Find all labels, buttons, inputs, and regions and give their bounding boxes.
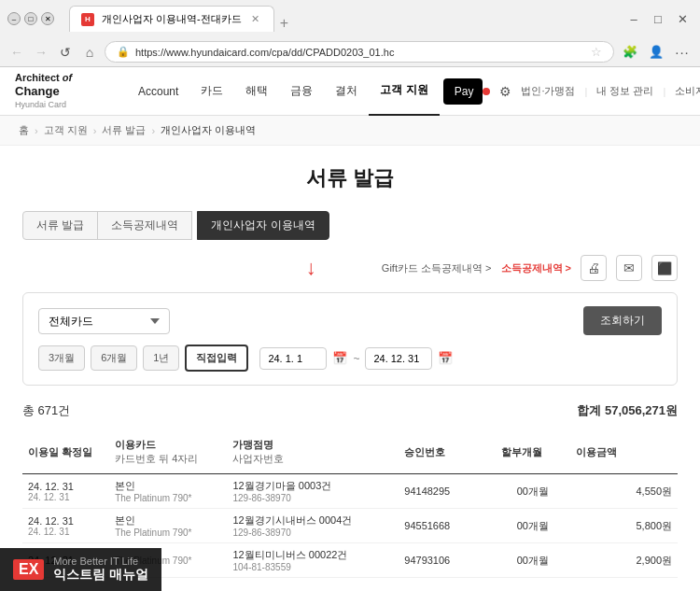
search-button[interactable]: 조회하기 bbox=[583, 306, 662, 335]
date-range: 📅 ~ 📅 bbox=[259, 347, 453, 370]
tab-label: 개인사업자 이용내역-전대카드 bbox=[102, 12, 242, 26]
page-title: 서류 발급 bbox=[22, 164, 678, 192]
red-down-arrow: ↓ bbox=[306, 256, 316, 280]
table-row: 24. 12. 31 24. 12. 31 본인 The Platinum 79… bbox=[22, 509, 678, 543]
watermark-title: 익스트림 매뉴얼 bbox=[53, 567, 148, 584]
lock-icon: 🔒 bbox=[117, 46, 130, 58]
td-card: 본인 The Platinum 790* bbox=[109, 474, 227, 509]
maximize-btn[interactable]: □ bbox=[24, 12, 37, 25]
more-btn[interactable]: ··· bbox=[672, 42, 693, 63]
minimize-btn[interactable]: – bbox=[7, 12, 21, 25]
logo-area[interactable]: Architect of Change Hyundai Card bbox=[15, 72, 108, 110]
watermark-info: More Better IT Life 익스트림 매뉴얼 bbox=[53, 556, 148, 584]
tab-business[interactable]: 개인사업자 이용내역 bbox=[197, 211, 329, 240]
td-approval: 94148295 bbox=[399, 474, 495, 509]
email-btn[interactable]: ✉ bbox=[616, 255, 642, 281]
print-btn[interactable]: 🖨 bbox=[581, 255, 607, 281]
table-row: 24. 12. 31 24. 12. 31 본인 The Platinum 79… bbox=[22, 474, 678, 509]
tab-documents[interactable]: 서류 발급 bbox=[22, 211, 98, 240]
active-tab[interactable]: H 개인사업자 이용내역-전대카드 ✕ bbox=[69, 6, 274, 32]
tab-close-btn[interactable]: ✕ bbox=[249, 13, 262, 26]
col-header-date: 이용일 확정일 bbox=[22, 430, 109, 474]
nav-account[interactable]: Account bbox=[127, 67, 189, 116]
notification-dot bbox=[483, 88, 490, 95]
breadcrumb-home[interactable]: 홈 bbox=[19, 123, 29, 137]
apple-pay-label: Pay bbox=[455, 85, 474, 98]
breadcrumb-support[interactable]: 고객 지원 bbox=[44, 123, 88, 137]
nav-benefit[interactable]: 해택 bbox=[234, 67, 279, 116]
address-bar-row: ← → ↺ ⌂ 🔒 https://www.hyundaicard.com/cp… bbox=[0, 37, 700, 66]
page-content: 서류 발급 서류 발급 소득공제내역 개인사업자 이용내역 ↓ Gift카드 소… bbox=[0, 146, 700, 591]
card-select[interactable]: 전체카드 The Platinum 790* bbox=[38, 308, 170, 334]
filter-box: 전체카드 The Platinum 790* 조회하기 3개월 6개월 1년 직… bbox=[22, 292, 678, 386]
action-row: ↓ Gift카드 소득공제내역 > 소득공제내역 > 🖨 ✉ ⬛ bbox=[22, 255, 678, 281]
settings-icon[interactable]: ⚙ bbox=[499, 84, 511, 99]
address-bar[interactable]: 🔒 https://www.hyundaicard.com/cpa/dd/CPA… bbox=[105, 41, 614, 63]
nav-card[interactable]: 카드 bbox=[189, 67, 234, 116]
td-date: 24. 12. 31 24. 12. 31 bbox=[22, 474, 109, 509]
period-3months[interactable]: 3개월 bbox=[38, 345, 85, 371]
tab-favicon: H bbox=[81, 13, 94, 26]
summary-row: 총 671건 합계 57,056,271원 bbox=[22, 402, 678, 419]
browser-top-bar: – □ ✕ H 개인사업자 이용내역-전대카드 ✕ + – □ ✕ bbox=[0, 0, 700, 37]
nav-finance[interactable]: 금융 bbox=[279, 67, 324, 116]
watermark-sub: More Better IT Life bbox=[53, 556, 148, 567]
col-header-merchant: 가맹점명사업자번호 bbox=[227, 430, 399, 474]
td-amount: 4,550원 bbox=[570, 474, 678, 509]
td-merchant: 12월경기마을 0003건 129-86-38970 bbox=[227, 474, 399, 509]
window-extra-btns: – □ ✕ bbox=[623, 8, 693, 29]
profile-btn[interactable]: 👤 bbox=[646, 42, 666, 63]
window-restore-btn[interactable]: □ bbox=[648, 8, 668, 29]
td-card: 본인 The Platinum 790* bbox=[109, 509, 227, 543]
td-installment: 00개월 bbox=[496, 509, 570, 543]
td-merchant: 12월티미니버스 00022건 104-81-83559 bbox=[227, 543, 399, 578]
filter-row-top: 전체카드 The Platinum 790* 조회하기 bbox=[38, 306, 662, 335]
date-from-input[interactable] bbox=[259, 347, 327, 370]
td-approval: 94551668 bbox=[399, 509, 495, 543]
apple-pay-btn[interactable]: Pay bbox=[443, 78, 483, 105]
new-tab-btn[interactable]: + bbox=[280, 15, 288, 32]
nav-consumer[interactable]: 소비자보호 포털 bbox=[675, 84, 700, 98]
nav-payment[interactable]: 결처 bbox=[324, 67, 369, 116]
home-btn[interactable]: ⌂ bbox=[80, 43, 99, 62]
refresh-btn[interactable]: ↺ bbox=[56, 43, 75, 62]
result-total: 합계 57,056,271원 bbox=[577, 402, 678, 419]
nav-corporate[interactable]: 법인·가맹점 bbox=[521, 84, 575, 98]
gift-card-link[interactable]: Gift카드 소득공제내역 > bbox=[382, 261, 492, 275]
back-btn[interactable]: ← bbox=[7, 43, 26, 62]
calendar-to-icon[interactable]: 📅 bbox=[438, 351, 453, 365]
td-merchant: 12월경기시내버스 0004건 129-86-38970 bbox=[227, 509, 399, 543]
breadcrumb-documents[interactable]: 서류 발급 bbox=[102, 123, 146, 137]
breadcrumb-current: 개인사업자 이용내역 bbox=[161, 123, 256, 137]
download-btn[interactable]: ⬛ bbox=[651, 255, 678, 281]
table-header-row: 이용일 확정일 이용카드카드번호 뒤 4자리 가맹점명사업자번호 승인번호 할부… bbox=[22, 430, 678, 474]
close-btn[interactable]: ✕ bbox=[41, 12, 54, 25]
date-separator: ~ bbox=[353, 352, 359, 365]
period-direct[interactable]: 직접입력 bbox=[185, 345, 248, 372]
download-icon: ⬛ bbox=[657, 261, 672, 275]
logo-line2: Change bbox=[15, 84, 108, 99]
td-amount: 2,900원 bbox=[570, 543, 678, 578]
watermark-overlay: EX More Better IT Life 익스트림 매뉴얼 bbox=[0, 548, 161, 591]
period-1year[interactable]: 1년 bbox=[143, 345, 179, 371]
forward-btn[interactable]: → bbox=[32, 43, 50, 62]
calendar-from-icon[interactable]: 📅 bbox=[332, 351, 347, 365]
col-header-amount: 이용금액 bbox=[570, 430, 678, 474]
url-text: https://www.hyundaicard.com/cpa/dd/CPADD… bbox=[135, 47, 585, 58]
logo-sub: Hyundai Card bbox=[15, 99, 108, 111]
tab-buttons: 서류 발급 소득공제내역 개인사업자 이용내역 bbox=[22, 211, 678, 240]
date-to-input[interactable] bbox=[365, 347, 432, 370]
tab-bar: H 개인사업자 이용내역-전대카드 ✕ + bbox=[62, 6, 616, 32]
window-close-btn[interactable]: ✕ bbox=[672, 8, 693, 29]
col-header-card: 이용카드카드번호 뒤 4자리 bbox=[109, 430, 227, 474]
col-header-installment: 할부개월 bbox=[496, 430, 570, 474]
tab-income[interactable]: 소득공제내역 bbox=[97, 211, 192, 240]
window-minimize-btn[interactable]: – bbox=[623, 8, 644, 29]
nav-support[interactable]: 고객 지원 bbox=[369, 67, 439, 116]
extensions-btn[interactable]: 🧩 bbox=[620, 42, 640, 63]
income-deduction-link[interactable]: 소득공제내역 > bbox=[501, 261, 571, 275]
email-icon: ✉ bbox=[623, 260, 635, 275]
nav-my-info[interactable]: 내 정보 관리 bbox=[596, 84, 653, 98]
breadcrumb: 홈 › 고객 지원 › 서류 발급 › 개인사업자 이용내역 bbox=[0, 116, 700, 146]
period-6months[interactable]: 6개월 bbox=[91, 345, 137, 371]
